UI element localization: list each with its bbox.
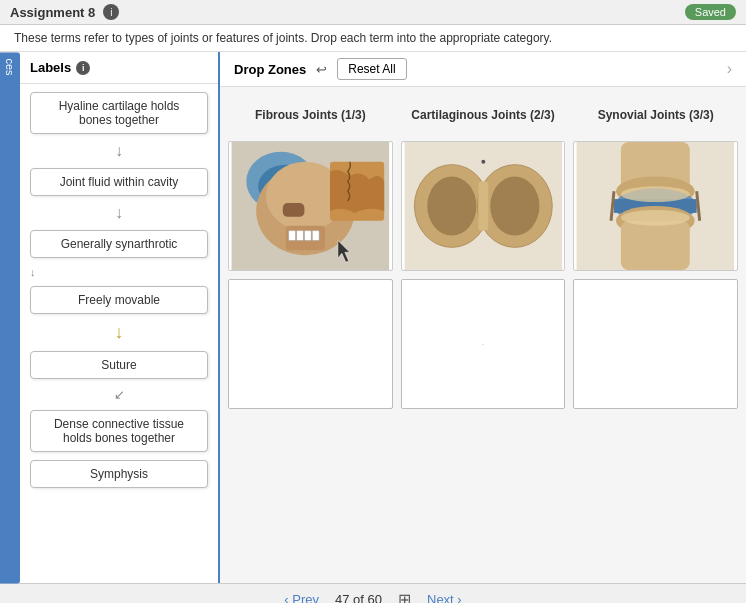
svg-rect-26 <box>621 221 690 270</box>
synovial-drop-zone[interactable] <box>573 279 738 409</box>
label-symphysis[interactable]: Symphysis <box>30 460 208 488</box>
sidebar: Labels i Hyaline cartilage holds bones t… <box>20 52 220 583</box>
svg-point-16 <box>427 176 476 235</box>
label-generally[interactable]: Generally synarthrotic <box>30 230 208 258</box>
sidebar-info-icon[interactable]: i <box>76 61 90 75</box>
cartilaginous-drop-zone[interactable]: · <box>401 279 566 409</box>
bottom-nav: ‹ Prev 47 of 60 ⊞ Next › <box>0 583 746 603</box>
content-area: Drop Zones ↩ Reset All › Fibrous Joints … <box>220 52 746 583</box>
left-tab[interactable]: ces <box>0 52 20 583</box>
fibrous-drop-zone[interactable] <box>228 279 393 409</box>
fibrous-header: Fibrous Joints (1/3) <box>228 97 393 133</box>
instruction-text: These terms refer to types of joints or … <box>0 25 746 52</box>
fibrous-joint-image <box>229 142 392 270</box>
label-hyaline[interactable]: Hyaline cartilage holds bones together <box>30 92 208 134</box>
arrow-down-2: ↓ <box>20 204 218 222</box>
saved-badge: Saved <box>685 4 736 20</box>
label-dense-connective[interactable]: Dense connective tissue holds bones toge… <box>30 410 208 452</box>
svg-point-17 <box>490 176 539 235</box>
content-header: Drop Zones ↩ Reset All › <box>220 52 746 87</box>
main-area: ces Labels i Hyaline cartilage holds bon… <box>0 52 746 583</box>
sidebar-header: Labels i <box>20 52 218 84</box>
svg-rect-18 <box>478 181 488 230</box>
cartilaginous-joint-image <box>402 142 565 270</box>
svg-rect-10 <box>312 231 319 241</box>
back-arrow-icon[interactable]: ↩ <box>316 62 327 77</box>
synovial-image-box <box>573 141 738 271</box>
drop-zones-heading: Drop Zones <box>234 62 306 77</box>
synovial-header: Synovial Joints (3/3) <box>573 97 738 133</box>
svg-rect-7 <box>289 231 296 241</box>
info-icon[interactable]: i <box>103 4 119 20</box>
label-freely-movable[interactable]: Freely movable <box>30 286 208 314</box>
svg-point-19 <box>481 160 485 164</box>
svg-point-28 <box>621 210 690 226</box>
prev-link[interactable]: ‹ Prev <box>284 592 319 603</box>
arrow-small: ↓ <box>30 266 208 278</box>
label-joint-fluid[interactable]: Joint fluid within cavity <box>30 168 208 196</box>
arrow-gold: ↓ <box>20 322 218 343</box>
svg-rect-5 <box>283 203 305 217</box>
svg-rect-9 <box>304 231 311 241</box>
svg-rect-8 <box>297 231 304 241</box>
drop-columns-area: Fibrous Joints (1/3) <box>220 87 746 583</box>
cartilaginous-header: Cartilaginous Joints (2/3) <box>401 97 566 133</box>
labels-heading: Labels <box>30 60 71 75</box>
next-link[interactable]: Next › <box>427 592 462 603</box>
svg-point-27 <box>621 186 690 202</box>
arrow-down-3: ↙ <box>20 387 218 402</box>
cartilaginous-column: Cartilaginous Joints (2/3) <box>401 97 566 573</box>
grid-icon[interactable]: ⊞ <box>398 590 411 603</box>
reset-button[interactable]: Reset All <box>337 58 406 80</box>
cartilaginous-image-box <box>401 141 566 271</box>
right-chevron-icon: › <box>727 60 732 78</box>
arrow-down-1: ↓ <box>20 142 218 160</box>
label-suture[interactable]: Suture <box>30 351 208 379</box>
page-title: Assignment 8 <box>10 5 95 20</box>
synovial-column: Synovial Joints (3/3) <box>573 97 738 573</box>
synovial-joint-image <box>574 142 737 270</box>
top-bar: Assignment 8 i Saved <box>0 0 746 25</box>
fibrous-column: Fibrous Joints (1/3) <box>228 97 393 573</box>
page-info: 47 of 60 <box>335 592 382 603</box>
fibrous-image-box <box>228 141 393 271</box>
